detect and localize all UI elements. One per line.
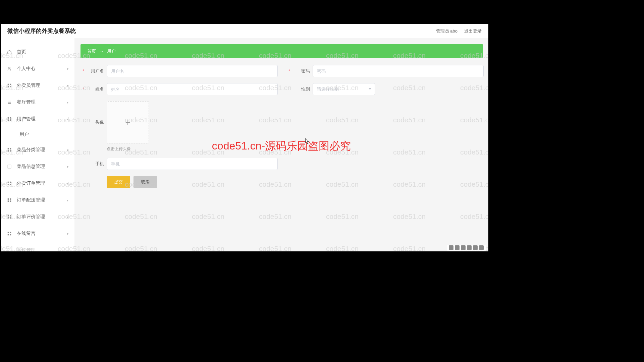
- chevron-down-icon: ▾: [67, 232, 68, 236]
- svg-rect-8: [8, 117, 9, 119]
- square-icon: [7, 248, 12, 251]
- chevron-down-icon: ▾: [67, 182, 68, 185]
- svg-rect-4: [10, 86, 11, 87]
- phone-label: 手机: [85, 161, 104, 167]
- gender-select[interactable]: 请选择性别: [313, 83, 375, 95]
- tray-icon: [479, 245, 484, 250]
- sidebar-item-label: 订单配送管理: [17, 197, 45, 203]
- system-tray: [447, 245, 486, 251]
- plus-icon: +: [125, 118, 130, 127]
- sidebar-item-label: 首页: [17, 49, 26, 55]
- svg-rect-2: [10, 84, 11, 85]
- password-label: 密码: [291, 68, 310, 74]
- sidebar-item-order[interactable]: 外卖订单管理 ▾: [1, 175, 74, 192]
- tray-icon: [473, 245, 478, 250]
- svg-rect-15: [10, 150, 11, 152]
- gender-placeholder: 请选择性别: [317, 86, 339, 92]
- username-label: 用户名: [85, 68, 104, 74]
- sidebar-item-delivery[interactable]: 外卖员管理 ▾: [1, 77, 74, 94]
- svg-rect-23: [8, 200, 9, 202]
- svg-rect-25: [8, 215, 9, 217]
- avatar-label: 头像: [85, 119, 104, 125]
- arrow-icon: →: [99, 49, 104, 54]
- tray-icon: [467, 245, 472, 250]
- sidebar-item-label: 个人中心: [17, 66, 36, 72]
- admin-label[interactable]: 管理员 abo: [436, 28, 458, 34]
- svg-rect-12: [8, 148, 9, 149]
- avatar-upload[interactable]: +: [107, 101, 149, 143]
- name-label: 姓名: [85, 86, 104, 92]
- app-title: 微信小程序的外卖点餐系统: [7, 27, 76, 35]
- sidebar: 首页 个人中心 ▾ 外卖员管理 ▾ 餐厅管理 ▾ 用户管理 ▾: [1, 38, 74, 251]
- chevron-down-icon: ▾: [67, 198, 68, 202]
- chevron-down-icon: ▾: [67, 101, 68, 104]
- cancel-button[interactable]: 取消: [133, 176, 157, 188]
- submit-button[interactable]: 提交: [107, 176, 130, 188]
- sidebar-item-label: 菜品分类管理: [17, 147, 45, 153]
- svg-rect-16: [8, 165, 11, 168]
- svg-rect-31: [8, 234, 9, 235]
- chevron-down-icon: ▾: [67, 215, 68, 219]
- svg-rect-3: [8, 86, 9, 87]
- grid-icon: [7, 181, 12, 186]
- tray-icon: [455, 245, 460, 250]
- grid-icon: [7, 231, 12, 236]
- square-icon: [7, 164, 12, 169]
- svg-rect-28: [10, 217, 11, 219]
- breadcrumb-home[interactable]: 首页: [87, 48, 96, 54]
- svg-rect-20: [10, 184, 11, 185]
- grid-icon: [7, 197, 12, 203]
- chevron-down-icon: ▾: [67, 84, 68, 87]
- sidebar-item-delivery-mgmt[interactable]: 订单配送管理 ▾: [1, 192, 74, 208]
- svg-rect-24: [10, 200, 11, 202]
- sidebar-item-home[interactable]: 首页: [1, 44, 74, 60]
- svg-rect-33: [8, 249, 11, 251]
- chevron-down-icon: ▾: [67, 148, 68, 152]
- svg-rect-21: [8, 198, 9, 200]
- svg-rect-19: [8, 184, 9, 185]
- sidebar-item-restaurant[interactable]: 餐厅管理 ▾: [1, 94, 74, 111]
- svg-rect-27: [8, 217, 9, 219]
- chevron-down-icon: ▾: [67, 67, 68, 71]
- grid-icon: [7, 147, 12, 153]
- svg-rect-17: [8, 182, 9, 183]
- list-icon: [7, 100, 12, 105]
- chevron-down-icon: ▾: [67, 165, 68, 169]
- sidebar-item-label: 系统管理: [17, 247, 36, 251]
- username-input[interactable]: [107, 65, 278, 77]
- grid-icon: [7, 214, 12, 220]
- sidebar-item-label: 餐厅管理: [17, 99, 36, 105]
- sidebar-item-label: 在线留言: [17, 231, 36, 237]
- user-icon: [7, 66, 12, 71]
- sidebar-item-label: 订单评价管理: [17, 214, 45, 220]
- svg-rect-10: [8, 119, 9, 121]
- sidebar-item-system[interactable]: 系统管理: [1, 242, 74, 251]
- sidebar-item-dish-info[interactable]: 菜品信息管理 ▾: [1, 158, 74, 175]
- chevron-down-icon: ▾: [67, 117, 68, 121]
- svg-point-0: [9, 67, 10, 69]
- name-input[interactable]: [107, 83, 278, 95]
- svg-rect-26: [10, 215, 11, 217]
- avatar-hint: 点击上传头像: [107, 146, 149, 152]
- sidebar-item-label: 菜品信息管理: [17, 164, 45, 170]
- sidebar-item-personal[interactable]: 个人中心 ▾: [1, 60, 74, 77]
- tray-icon: [449, 245, 453, 250]
- svg-rect-9: [10, 117, 11, 119]
- content: 首页 → 用户 用户名 密码 姓名: [74, 38, 488, 251]
- sidebar-item-message[interactable]: 在线留言 ▾: [1, 225, 74, 242]
- logout-button[interactable]: 退出登录: [464, 28, 482, 34]
- topbar: 微信小程序的外卖点餐系统 管理员 abo 退出登录: [1, 24, 488, 38]
- sidebar-item-user-mgmt[interactable]: 用户管理 ▾: [1, 111, 74, 127]
- svg-rect-30: [10, 232, 11, 233]
- sidebar-item-label: 外卖员管理: [17, 82, 40, 88]
- breadcrumb-current: 用户: [107, 48, 116, 54]
- sidebar-subitem-user[interactable]: 用户: [1, 127, 74, 141]
- sidebar-item-review[interactable]: 订单评价管理 ▾: [1, 208, 74, 225]
- svg-rect-32: [10, 234, 11, 235]
- phone-input[interactable]: [107, 158, 278, 170]
- password-input[interactable]: [313, 65, 484, 77]
- sidebar-item-category[interactable]: 菜品分类管理 ▾: [1, 141, 74, 158]
- svg-rect-1: [8, 84, 9, 85]
- svg-rect-14: [8, 150, 9, 152]
- svg-rect-13: [10, 148, 11, 149]
